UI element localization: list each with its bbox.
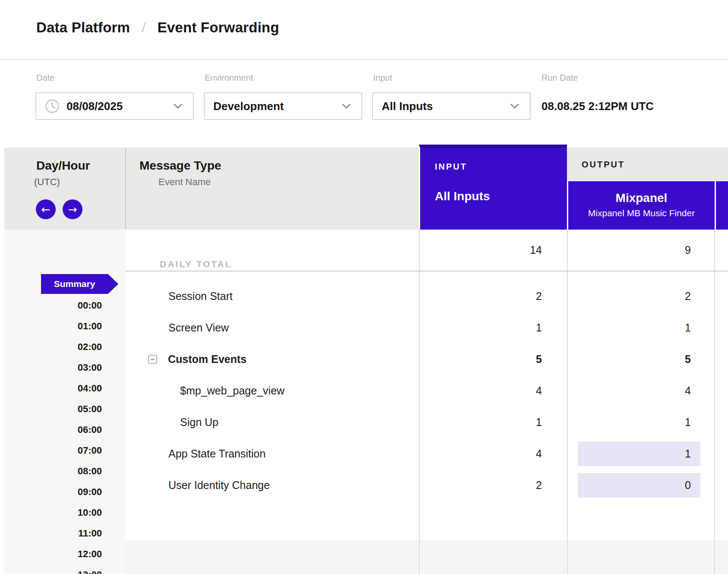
input-count: 4 — [427, 375, 542, 407]
daily-total-label: DAILY TOTAL — [160, 259, 232, 269]
table-row: Session Start 2 2 — [125, 281, 728, 312]
summary-tab[interactable]: Summary — [41, 274, 108, 294]
input-count: 2 — [427, 281, 542, 312]
output-count: 4 — [574, 375, 691, 407]
output-count: 0 — [574, 470, 691, 501]
output-section-label: OUTPUT — [582, 160, 625, 170]
run-date-value: 08.08.25 2:12PM UTC — [541, 92, 654, 120]
filter-bar: Date Environment Input Run Date 08/08/20… — [0, 60, 728, 148]
input-value: All Inputs — [382, 100, 433, 113]
daily-total-output: 9 — [574, 230, 691, 271]
row-divider — [125, 271, 728, 271]
event-name-label: Session Start — [168, 281, 233, 312]
breadcrumb: Data Platform / Event Forwarding — [0, 0, 728, 60]
collapse-minus-icon[interactable] — [148, 355, 157, 364]
input-column-header[interactable]: INPUT All Inputs — [419, 145, 567, 230]
next-day-button[interactable]: → — [63, 199, 82, 219]
event-name-label: App State Transition — [168, 438, 266, 470]
environment-select[interactable]: Development — [204, 92, 362, 120]
output-column-header[interactable]: Mixpanel Mixpanel MB Music Finder — [567, 181, 715, 230]
date-value: 08/08/2025 — [66, 100, 123, 113]
run-date-label: Run Date — [541, 73, 578, 83]
hour-item[interactable]: 04:00 — [78, 383, 102, 394]
table-row: App State Transition 4 1 — [125, 438, 728, 470]
hour-item[interactable]: 02:00 — [78, 341, 102, 353]
breadcrumb-separator: / — [142, 19, 146, 36]
input-count: 1 — [427, 407, 542, 438]
breadcrumb-section[interactable]: Data Platform — [36, 19, 130, 36]
table-row: Screen View 1 1 — [125, 312, 728, 344]
chevron-down-icon — [342, 103, 351, 109]
input-label: Input — [373, 73, 392, 83]
hour-item[interactable]: 09:00 — [78, 486, 102, 498]
message-type-header: Message Type — [139, 158, 221, 173]
input-select[interactable]: All Inputs — [372, 92, 531, 120]
input-count: 4 — [427, 438, 542, 470]
hour-item[interactable]: 12:00 — [78, 549, 102, 560]
date-label: Date — [36, 73, 54, 83]
utc-subtitle: (UTC) — [34, 176, 60, 188]
chevron-down-icon — [173, 103, 183, 109]
input-count: 5 — [427, 344, 542, 375]
environment-label: Environment — [205, 73, 253, 83]
output-column-name: Mixpanel — [568, 191, 715, 205]
event-name-label: Screen View — [168, 312, 229, 344]
clock-icon — [45, 99, 60, 114]
hour-item[interactable]: 11:00 — [78, 528, 102, 539]
table-body: DAILY TOTAL 14 9 Session Start 2 2 Scree… — [125, 230, 728, 574]
prev-day-button[interactable]: ← — [36, 199, 56, 219]
table-row: Custom Events 5 5 — [125, 344, 728, 375]
event-name-label: $mp_web_page_view — [180, 375, 285, 407]
chevron-down-icon — [510, 103, 519, 109]
output-count: 1 — [574, 312, 691, 344]
input-count: 2 — [427, 470, 542, 501]
hour-item[interactable]: 08:00 — [78, 466, 102, 477]
output-count: 1 — [574, 407, 691, 438]
table-row: Sign Up 1 1 — [125, 407, 728, 438]
hour-item[interactable]: 13:00 — [78, 569, 102, 574]
hour-item[interactable]: 06:00 — [78, 424, 102, 435]
input-column-name: All Inputs — [435, 189, 490, 203]
event-name-label: Sign Up — [180, 407, 218, 438]
hour-item[interactable]: 00:00 — [78, 300, 102, 311]
table-row: $mp_web_page_view 4 4 — [125, 375, 728, 407]
input-section-label: INPUT — [435, 162, 467, 172]
date-select[interactable]: 08/08/2025 — [35, 92, 194, 120]
output-column-subtitle: Mixpanel MB Music Finder — [568, 208, 715, 218]
environment-value: Development — [213, 100, 284, 113]
daily-total-input: 14 — [427, 230, 542, 271]
hour-sidebar: Summary 00:0001:0002:0003:0004:0005:0006… — [4, 230, 125, 574]
hour-item[interactable]: 07:00 — [78, 445, 102, 456]
day-hour-header: Day/Hour — [36, 158, 90, 173]
hour-item[interactable]: 05:00 — [78, 404, 102, 415]
output-count: 1 — [574, 438, 691, 470]
event-name-label: User Identity Change — [168, 470, 270, 501]
hour-item[interactable]: 10:00 — [78, 507, 102, 518]
hour-item[interactable]: 01:00 — [78, 321, 102, 332]
hour-item[interactable]: 03:00 — [78, 362, 102, 373]
output-count: 2 — [574, 281, 691, 312]
page-title: Event Forwarding — [158, 19, 279, 36]
output-count: 5 — [574, 344, 691, 375]
event-forwarding-page: Data Platform / Event Forwarding Date En… — [0, 0, 728, 574]
event-name-subtitle: Event Name — [158, 176, 211, 188]
table-row: User Identity Change 2 0 — [125, 470, 728, 501]
event-name-label: Custom Events — [168, 344, 247, 375]
input-count: 1 — [427, 312, 542, 344]
output-column-partial[interactable] — [715, 181, 728, 230]
empty-area — [125, 540, 728, 574]
